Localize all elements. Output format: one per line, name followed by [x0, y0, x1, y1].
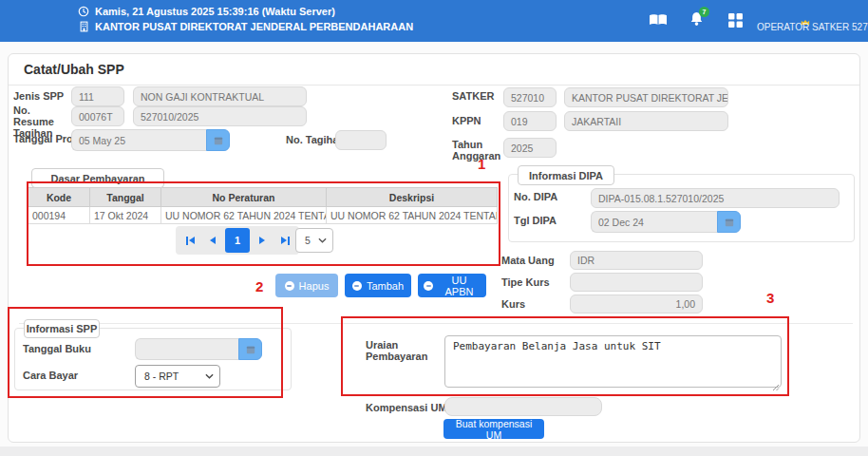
uu-apbn-button[interactable]: UU APBN — [418, 274, 486, 297]
kppn-code-field: 019 — [503, 111, 557, 131]
jenis-spp-label: Jenis SPP — [13, 90, 64, 102]
jenis-spp-name-field: NON GAJI KONTRAKTUAL — [133, 86, 307, 106]
informasi-spp-legend: Informasi SPP — [24, 319, 100, 338]
uu-apbn-button-label: UU APBN — [438, 275, 481, 297]
satker-label: SATKER — [452, 90, 494, 102]
doc-circle-icon — [424, 281, 433, 291]
col-tanggal: Tanggal — [90, 188, 161, 207]
tgl-dipa-group: 02 Dec 24 — [591, 211, 741, 233]
kurs-label: Kurs — [501, 298, 525, 310]
jenis-spp-code-field: 111 — [71, 86, 124, 106]
satker-code-field: 527010 — [503, 87, 557, 107]
building-icon — [79, 21, 89, 32]
apps-grid-icon[interactable] — [727, 12, 744, 32]
screen: Kamis, 21 Agustus 2025 15:39:16 (Waktu S… — [0, 0, 868, 456]
page-title: Catat/Ubah SPP — [24, 62, 124, 77]
cell-deskripsi: UU NOMOR 62 TAHUN 2024 TENTANG APB — [327, 207, 498, 224]
mata-uang-field: IDR — [570, 251, 703, 270]
no-dipa-field: DIPA-015.08.1.527010/2025 — [591, 188, 840, 208]
section-divider — [19, 323, 853, 324]
col-no-peraturan: No Peraturan — [161, 188, 327, 207]
book-icon[interactable] — [649, 12, 668, 31]
office-line: KANTOR PUSAT DIREKTORAT JENDERAL PERBEND… — [79, 21, 413, 32]
no-resume-code-field: 00076T — [71, 106, 124, 126]
cell-kode: 000194 — [28, 207, 90, 224]
chevron-down-icon — [205, 373, 214, 379]
annotation-number-3: 3 — [766, 290, 774, 306]
tgl-dipa-label: Tgl DIPA — [514, 215, 557, 226]
buat-kompensasi-um-label: Buat kompensasi UM — [449, 418, 538, 441]
resize-handle-icon[interactable] — [772, 378, 780, 395]
server-time-text: Kamis, 21 Agustus 2025 15:39:16 (Waktu S… — [95, 6, 335, 17]
tambah-button[interactable]: Tambah — [345, 274, 411, 297]
pagination-last-button[interactable] — [274, 229, 295, 252]
tanggal-buku-calendar-button[interactable] — [238, 338, 262, 360]
dasar-pembayaran-legend: Dasar Pembayaran — [31, 168, 164, 188]
cara-bayar-value: 8 - RPT — [144, 370, 179, 382]
tambah-button-label: Tambah — [367, 280, 404, 292]
table-header-row: Kode Tanggal No Peraturan Deskripsi — [28, 188, 498, 207]
tanggal-buku-group — [135, 338, 262, 360]
tipe-kurs-label: Tipe Kurs — [501, 276, 550, 288]
tgl-dipa-calendar-button[interactable] — [717, 211, 741, 233]
cell-tanggal: 17 Okt 2024 — [90, 207, 161, 224]
buat-kompensasi-um-button[interactable]: Buat kompensasi UM — [443, 419, 544, 439]
tanggal-proses-calendar-button[interactable] — [206, 129, 230, 151]
kurs-field: 1,00 — [570, 294, 703, 314]
tanggal-buku-field — [135, 338, 238, 360]
col-kode: Kode — [28, 188, 90, 207]
tipe-kurs-field — [570, 273, 703, 292]
tanggal-proses-group: 05 May 25 — [71, 129, 230, 151]
minus-circle-icon — [285, 281, 294, 291]
chevron-down-icon — [318, 238, 327, 243]
tanggal-proses-field: 05 May 25 — [71, 129, 206, 151]
table-row[interactable]: 000194 17 Okt 2024 UU NOMOR 62 TAHUN 202… — [28, 207, 498, 224]
office-name-text: KANTOR PUSAT DIREKTORAT JENDERAL PERBEND… — [95, 21, 413, 32]
tgl-dipa-field: 02 Dec 24 — [591, 211, 717, 233]
annotation-number-1: 1 — [478, 156, 485, 172]
col-deskripsi: Deskripsi — [327, 188, 498, 207]
mata-uang-label: Mata Uang — [501, 255, 555, 266]
satker-name-field: KANTOR PUSAT DIREKTORAT JENDERAL P — [564, 87, 728, 107]
calendar-icon — [214, 136, 223, 145]
bottom-strip — [0, 446, 868, 456]
hapus-button[interactable]: Hapus — [275, 274, 338, 297]
kppn-name-field: JAKARTAII — [564, 111, 728, 131]
no-tagihan-field — [335, 130, 387, 150]
cara-bayar-select[interactable]: 8 - RPT — [135, 365, 220, 388]
pagination-page-1[interactable]: 1 — [225, 228, 250, 253]
user-menu[interactable]: OPERATOR SATKER 527010 2025 — [757, 22, 868, 32]
calendar-icon — [246, 345, 255, 354]
cara-bayar-label: Cara Bayar — [23, 370, 78, 381]
pagination-prev-button[interactable] — [202, 229, 223, 252]
clock-icon — [78, 6, 89, 17]
tahun-anggaran-label: Tahun Anggaran — [452, 139, 500, 162]
top-header-bar: Kamis, 21 Agustus 2025 15:39:16 (Waktu S… — [0, 0, 868, 42]
kompensasi-um-field — [444, 397, 602, 416]
pagination-next-button[interactable] — [252, 229, 273, 252]
uraian-pembayaran-textarea[interactable]: Pembayaran Belanja Jasa untuk SIT — [444, 335, 782, 388]
dasar-pembayaran-table: Kode Tanggal No Peraturan Deskripsi 0001… — [28, 187, 498, 224]
no-resume-value-field: 527010/2025 — [133, 106, 307, 126]
card-header: Catat/Ubah SPP — [9, 54, 859, 86]
tanggal-buku-label: Tanggal Buku — [23, 343, 91, 354]
server-time-line: Kamis, 21 Agustus 2025 15:39:16 (Waktu S… — [78, 6, 335, 17]
notification-badge: 7 — [699, 7, 709, 17]
tahun-anggaran-field: 2025 — [503, 138, 557, 158]
plus-circle-icon — [352, 281, 362, 291]
annotation-number-2: 2 — [255, 278, 263, 294]
cell-no-peraturan: UU NOMOR 62 TAHUN 2024 TENTANG APBI — [161, 207, 327, 224]
calendar-icon — [725, 218, 734, 227]
page-size-select[interactable]: 5 — [295, 228, 333, 253]
no-dipa-label: No. DIPA — [514, 191, 557, 202]
uraian-pembayaran-label: Uraian Pembayaran — [366, 339, 425, 362]
pagination-first-button[interactable] — [179, 229, 200, 252]
hapus-button-label: Hapus — [299, 280, 330, 292]
page-size-value: 5 — [305, 235, 311, 246]
informasi-dipa-legend: Informasi DIPA — [518, 165, 614, 185]
kompensasi-um-label: Kompensasi UM — [366, 402, 447, 413]
bell-icon[interactable]: 7 — [689, 10, 705, 31]
kppn-label: KPPN — [452, 115, 481, 126]
pagination: 1 — [176, 226, 299, 255]
